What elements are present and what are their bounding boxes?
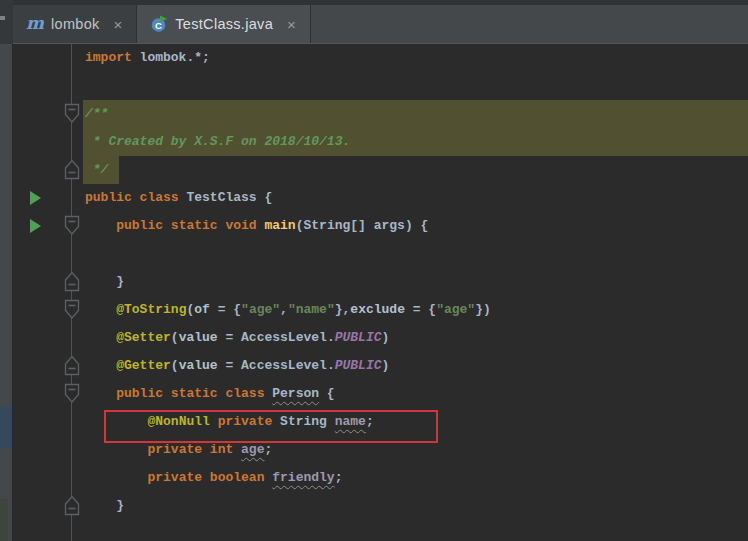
code-line[interactable]: @Setter(value = AccessLevel.PUBLIC): [13, 324, 748, 352]
code-line[interactable]: }: [13, 268, 748, 296]
run-button-icon[interactable]: [28, 218, 42, 234]
code-line-text: @ToString(of = {"age","name"},exclude = …: [13, 296, 748, 324]
fold-collapse-end-icon[interactable]: [63, 495, 81, 516]
tree-widget-fragment: [0, 16, 5, 20]
code-line[interactable]: [13, 72, 748, 100]
code-line[interactable]: private boolean friendly;: [13, 464, 748, 492]
tabs-row: m lombok × C TestClass.java ×: [13, 5, 748, 43]
code-line-text: public class TestClass {: [13, 184, 748, 212]
code-line[interactable]: public static void main(String[] args) {: [13, 212, 748, 240]
fold-collapse-end-icon[interactable]: [63, 159, 81, 180]
run-button-icon[interactable]: [28, 190, 42, 206]
code-line[interactable]: @NonNull private String name;: [13, 408, 748, 436]
code-line-text: */: [13, 156, 748, 184]
code-line-text: [13, 240, 748, 268]
project-panel-sliver: [0, 0, 13, 541]
code-line[interactable]: }: [13, 492, 748, 520]
code-line[interactable]: public class TestClass {: [13, 184, 748, 212]
project-tree-item-fragment: [0, 499, 8, 541]
code-line[interactable]: /**: [13, 100, 748, 128]
tab-testclass-java[interactable]: C TestClass.java ×: [137, 5, 310, 43]
code-line[interactable]: @ToString(of = {"age","name"},exclude = …: [13, 296, 748, 324]
code-line-text: * Created by X.S.F on 2018/10/13.: [13, 128, 748, 156]
code-line-text: import lombok.*;: [13, 44, 748, 72]
ide-window: m lombok × C TestClass.java × import lo: [0, 0, 748, 541]
code-line[interactable]: import lombok.*;: [13, 44, 748, 72]
code-editor[interactable]: import lombok.*;/** * Created by X.S.F o…: [13, 44, 748, 541]
fold-collapse-icon[interactable]: [63, 103, 81, 124]
fold-collapse-icon[interactable]: [63, 215, 81, 236]
code-line[interactable]: private int age;: [13, 436, 748, 464]
tab-label: TestClass.java: [175, 16, 273, 32]
tab-label: lombok: [51, 16, 100, 32]
tab-lombok[interactable]: m lombok ×: [13, 5, 137, 43]
java-class-icon: C: [150, 15, 168, 33]
maven-icon: m: [26, 15, 44, 32]
code-line-text: private int age;: [13, 436, 748, 464]
code-line[interactable]: @Getter(value = AccessLevel.PUBLIC): [13, 352, 748, 380]
fold-collapse-icon[interactable]: [63, 299, 81, 320]
code-line[interactable]: public static class Person {: [13, 380, 748, 408]
fold-collapse-end-icon[interactable]: [63, 271, 81, 292]
code-lines: import lombok.*;/** * Created by X.S.F o…: [13, 44, 748, 520]
code-line-text: public static class Person {: [13, 380, 748, 408]
code-line[interactable]: */: [13, 156, 748, 184]
close-icon[interactable]: ×: [113, 17, 124, 32]
code-line-text: @Getter(value = AccessLevel.PUBLIC): [13, 352, 748, 380]
code-line-text: [13, 72, 748, 100]
code-line-text: @Setter(value = AccessLevel.PUBLIC): [13, 324, 748, 352]
tabbar-empty-space: [311, 5, 748, 43]
editor-tabbar: m lombok × C TestClass.java ×: [13, 0, 748, 44]
project-panel-top: [0, 0, 13, 44]
fold-collapse-icon[interactable]: [63, 383, 81, 404]
code-line-text: }: [13, 268, 748, 296]
code-line-text: private boolean friendly;: [13, 464, 748, 492]
code-line-text: /**: [13, 100, 748, 128]
code-line[interactable]: * Created by X.S.F on 2018/10/13.: [13, 128, 748, 156]
code-line[interactable]: [13, 240, 748, 268]
project-tree-selection[interactable]: [0, 407, 12, 448]
fold-collapse-end-icon[interactable]: [63, 355, 81, 376]
code-line-text: public static void main(String[] args) {: [13, 212, 748, 240]
code-line-text: @NonNull private String name;: [13, 408, 748, 436]
close-icon[interactable]: ×: [286, 17, 297, 32]
code-line-text: }: [13, 492, 748, 520]
